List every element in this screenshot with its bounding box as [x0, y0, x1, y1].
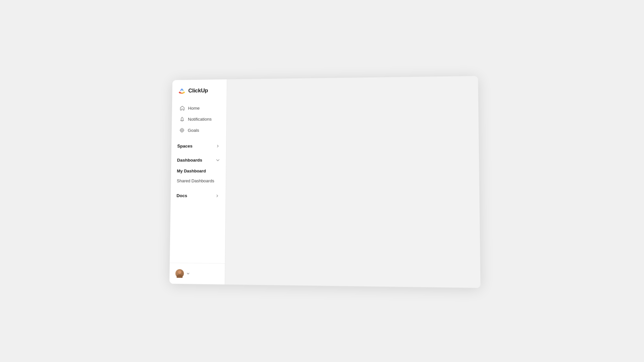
sidebar-item-shared-dashboards[interactable]: Shared Dashboards [173, 176, 224, 186]
sidebar-section-dashboards: Dashboards My Dashboard Shared Dashboard… [171, 155, 226, 187]
docs-chevron-icon [215, 193, 220, 198]
sidebar-item-my-dashboard[interactable]: My Dashboard [173, 166, 224, 176]
shared-dashboards-label: Shared Dashboards [177, 178, 214, 183]
spaces-section-header[interactable]: Spaces [173, 141, 224, 151]
dashboards-section-header[interactable]: Dashboards [173, 155, 224, 165]
sidebar-item-home-label: Home [188, 106, 200, 111]
my-dashboard-label: My Dashboard [177, 169, 206, 174]
logo-area[interactable]: ClickUp [172, 79, 227, 102]
dashboards-items: My Dashboard Shared Dashboards [173, 165, 224, 187]
main-content [225, 76, 481, 288]
spaces-chevron-icon [216, 143, 220, 148]
sidebar-section-spaces: Spaces [171, 141, 226, 151]
sidebar-nav: Home Notifications Goals [172, 101, 227, 137]
docs-title: Docs [176, 193, 187, 198]
bell-icon [179, 117, 185, 122]
spaces-title: Spaces [177, 143, 193, 148]
logo-text: ClickUp [188, 87, 208, 94]
sidebar-section-docs: Docs [171, 190, 226, 201]
dashboards-title: Dashboards [177, 158, 202, 163]
svg-point-0 [180, 128, 184, 132]
docs-section-header[interactable]: Docs [173, 190, 224, 201]
svg-point-1 [181, 129, 183, 131]
sidebar: ClickUp Home Notifications [169, 79, 227, 285]
sidebar-item-notifications[interactable]: Notifications [174, 114, 224, 124]
dashboards-chevron-icon [216, 158, 220, 163]
avatar [175, 269, 184, 278]
user-chevron-icon [186, 272, 190, 275]
user-menu[interactable] [173, 267, 221, 281]
sidebar-item-goals-label: Goals [188, 128, 199, 133]
sidebar-footer [169, 263, 225, 285]
goals-icon [179, 128, 185, 133]
clickup-logo-icon [178, 87, 186, 95]
sidebar-item-goals[interactable]: Goals [173, 125, 224, 135]
sidebar-item-notifications-label: Notifications [188, 117, 212, 122]
app-window: ClickUp Home Notifications [169, 76, 480, 288]
sidebar-item-home[interactable]: Home [174, 103, 224, 114]
home-icon [180, 106, 185, 111]
